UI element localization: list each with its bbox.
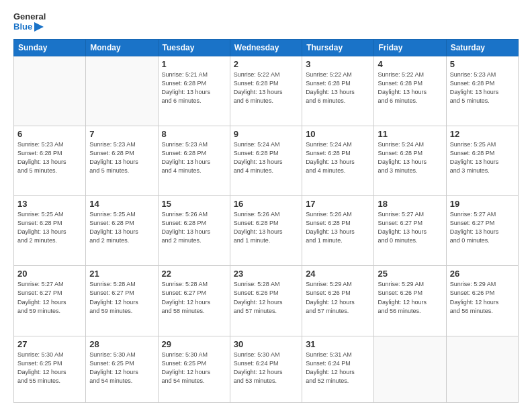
calendar-cell: 9Sunrise: 5:24 AM Sunset: 6:28 PM Daylig… <box>230 126 302 196</box>
day-info: Sunrise: 5:23 AM Sunset: 6:28 PM Dayligh… <box>450 71 515 105</box>
day-info: Sunrise: 5:29 AM Sunset: 6:26 PM Dayligh… <box>450 280 515 315</box>
calendar-cell <box>446 336 518 402</box>
calendar-cell: 2Sunrise: 5:22 AM Sunset: 6:28 PM Daylig… <box>230 56 302 126</box>
day-info: Sunrise: 5:25 AM Sunset: 6:28 PM Dayligh… <box>17 210 82 245</box>
day-info: Sunrise: 5:25 AM Sunset: 6:28 PM Dayligh… <box>89 210 154 245</box>
day-info: Sunrise: 5:25 AM Sunset: 6:28 PM Dayligh… <box>450 140 515 175</box>
day-number: 6 <box>17 129 82 139</box>
calendar-cell: 23Sunrise: 5:28 AM Sunset: 6:26 PM Dayli… <box>230 266 302 336</box>
day-info: Sunrise: 5:29 AM Sunset: 6:26 PM Dayligh… <box>378 280 442 315</box>
day-info: Sunrise: 5:26 AM Sunset: 6:28 PM Dayligh… <box>306 210 370 245</box>
day-info: Sunrise: 5:26 AM Sunset: 6:28 PM Dayligh… <box>234 210 298 245</box>
day-number: 22 <box>162 269 226 279</box>
calendar-cell: 19Sunrise: 5:27 AM Sunset: 6:27 PM Dayli… <box>446 196 518 266</box>
calendar-week-row: 27Sunrise: 5:30 AM Sunset: 6:25 PM Dayli… <box>14 336 519 402</box>
day-info: Sunrise: 5:31 AM Sunset: 6:24 PM Dayligh… <box>306 351 370 385</box>
day-info: Sunrise: 5:24 AM Sunset: 6:28 PM Dayligh… <box>234 140 298 175</box>
day-number: 9 <box>234 129 298 139</box>
calendar-cell: 17Sunrise: 5:26 AM Sunset: 6:28 PM Dayli… <box>302 196 374 266</box>
day-number: 27 <box>17 339 82 349</box>
calendar-cell: 30Sunrise: 5:30 AM Sunset: 6:24 PM Dayli… <box>230 336 302 402</box>
day-info: Sunrise: 5:22 AM Sunset: 6:28 PM Dayligh… <box>378 71 442 105</box>
day-info: Sunrise: 5:23 AM Sunset: 6:28 PM Dayligh… <box>89 140 154 175</box>
logo-container: General Blue <box>13 12 46 32</box>
day-number: 15 <box>162 199 226 209</box>
day-number: 5 <box>450 59 515 69</box>
calendar-cell: 26Sunrise: 5:29 AM Sunset: 6:26 PM Dayli… <box>446 266 518 336</box>
calendar-cell: 7Sunrise: 5:23 AM Sunset: 6:28 PM Daylig… <box>86 126 158 196</box>
logo-blue: Blue <box>13 22 46 32</box>
calendar-cell <box>14 56 86 126</box>
day-number: 20 <box>17 269 82 279</box>
calendar-cell: 28Sunrise: 5:30 AM Sunset: 6:25 PM Dayli… <box>86 336 158 402</box>
calendar-cell: 18Sunrise: 5:27 AM Sunset: 6:27 PM Dayli… <box>374 196 446 266</box>
day-number: 18 <box>378 199 442 209</box>
calendar-cell: 11Sunrise: 5:24 AM Sunset: 6:28 PM Dayli… <box>374 126 446 196</box>
day-number: 10 <box>306 129 370 139</box>
day-info: Sunrise: 5:26 AM Sunset: 6:28 PM Dayligh… <box>162 210 226 245</box>
day-number: 29 <box>162 339 226 349</box>
day-info: Sunrise: 5:28 AM Sunset: 6:27 PM Dayligh… <box>162 280 226 315</box>
day-number: 25 <box>378 269 442 279</box>
svg-marker-0 <box>34 22 44 32</box>
calendar-cell: 12Sunrise: 5:25 AM Sunset: 6:28 PM Dayli… <box>446 126 518 196</box>
day-number: 31 <box>306 339 370 349</box>
day-info: Sunrise: 5:24 AM Sunset: 6:28 PM Dayligh… <box>378 140 442 175</box>
day-number: 21 <box>89 269 154 279</box>
calendar-week-row: 13Sunrise: 5:25 AM Sunset: 6:28 PM Dayli… <box>14 196 519 266</box>
calendar-week-row: 1Sunrise: 5:21 AM Sunset: 6:28 PM Daylig… <box>14 56 519 126</box>
calendar-week-row: 20Sunrise: 5:27 AM Sunset: 6:27 PM Dayli… <box>14 266 519 336</box>
weekday-header: Saturday <box>446 39 518 56</box>
calendar-cell: 4Sunrise: 5:22 AM Sunset: 6:28 PM Daylig… <box>374 56 446 126</box>
day-number: 7 <box>89 129 154 139</box>
calendar-cell: 16Sunrise: 5:26 AM Sunset: 6:28 PM Dayli… <box>230 196 302 266</box>
day-info: Sunrise: 5:23 AM Sunset: 6:28 PM Dayligh… <box>17 140 82 175</box>
day-number: 19 <box>450 199 515 209</box>
calendar-cell: 21Sunrise: 5:28 AM Sunset: 6:27 PM Dayli… <box>86 266 158 336</box>
weekday-header: Friday <box>374 39 446 56</box>
header: General Blue <box>13 12 519 32</box>
weekday-header: Wednesday <box>230 39 302 56</box>
calendar-cell: 31Sunrise: 5:31 AM Sunset: 6:24 PM Dayli… <box>302 336 374 402</box>
day-number: 28 <box>89 339 154 349</box>
calendar-cell: 1Sunrise: 5:21 AM Sunset: 6:28 PM Daylig… <box>158 56 230 126</box>
calendar-cell <box>86 56 158 126</box>
day-number: 30 <box>234 339 298 349</box>
calendar-cell: 20Sunrise: 5:27 AM Sunset: 6:27 PM Dayli… <box>14 266 86 336</box>
calendar-cell <box>374 336 446 402</box>
page: General Blue SundayMondayTuesdayWednesda… <box>0 0 532 411</box>
calendar-cell: 24Sunrise: 5:29 AM Sunset: 6:26 PM Dayli… <box>302 266 374 336</box>
day-info: Sunrise: 5:30 AM Sunset: 6:25 PM Dayligh… <box>89 351 154 385</box>
day-info: Sunrise: 5:30 AM Sunset: 6:24 PM Dayligh… <box>234 351 298 385</box>
day-number: 17 <box>306 199 370 209</box>
day-info: Sunrise: 5:30 AM Sunset: 6:25 PM Dayligh… <box>162 351 226 385</box>
day-info: Sunrise: 5:23 AM Sunset: 6:28 PM Dayligh… <box>162 140 226 175</box>
day-info: Sunrise: 5:24 AM Sunset: 6:28 PM Dayligh… <box>306 140 370 175</box>
day-info: Sunrise: 5:30 AM Sunset: 6:25 PM Dayligh… <box>17 351 82 385</box>
calendar-cell: 27Sunrise: 5:30 AM Sunset: 6:25 PM Dayli… <box>14 336 86 402</box>
logo: General Blue <box>13 12 46 32</box>
day-number: 11 <box>378 129 442 139</box>
day-number: 3 <box>306 59 370 69</box>
day-number: 26 <box>450 269 515 279</box>
calendar-cell: 25Sunrise: 5:29 AM Sunset: 6:26 PM Dayli… <box>374 266 446 336</box>
calendar-cell: 22Sunrise: 5:28 AM Sunset: 6:27 PM Dayli… <box>158 266 230 336</box>
day-info: Sunrise: 5:22 AM Sunset: 6:28 PM Dayligh… <box>306 71 370 105</box>
weekday-header: Sunday <box>14 39 86 56</box>
day-info: Sunrise: 5:27 AM Sunset: 6:27 PM Dayligh… <box>378 210 442 245</box>
day-number: 8 <box>162 129 226 139</box>
weekday-header: Tuesday <box>158 39 230 56</box>
day-info: Sunrise: 5:28 AM Sunset: 6:26 PM Dayligh… <box>234 280 298 315</box>
day-number: 4 <box>378 59 442 69</box>
day-info: Sunrise: 5:27 AM Sunset: 6:27 PM Dayligh… <box>17 280 82 315</box>
calendar-cell: 15Sunrise: 5:26 AM Sunset: 6:28 PM Dayli… <box>158 196 230 266</box>
day-number: 2 <box>234 59 298 69</box>
day-number: 12 <box>450 129 515 139</box>
weekday-header-row: SundayMondayTuesdayWednesdayThursdayFrid… <box>14 39 519 56</box>
day-number: 23 <box>234 269 298 279</box>
logo-general: General <box>13 12 46 22</box>
calendar-cell: 3Sunrise: 5:22 AM Sunset: 6:28 PM Daylig… <box>302 56 374 126</box>
day-info: Sunrise: 5:29 AM Sunset: 6:26 PM Dayligh… <box>306 280 370 315</box>
day-number: 16 <box>234 199 298 209</box>
logo-triangle-icon <box>34 22 44 32</box>
